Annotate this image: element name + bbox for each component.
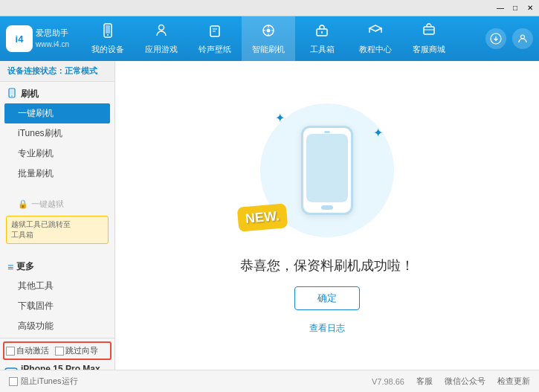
check-update-link[interactable]: 检查更新: [497, 376, 530, 387]
nav-apps-label: 应用游戏: [145, 44, 178, 55]
jailbreak-label: 一键越狱: [31, 199, 64, 210]
jailbreak-section-header: 🔒 一键越狱: [0, 196, 114, 213]
itunes-flash-label: iTunes刷机: [18, 128, 62, 138]
nav-my-device[interactable]: 我的设备: [81, 16, 135, 61]
logo-url: www.i4.cn: [36, 39, 69, 50]
guided-setup-item[interactable]: 跳过向导: [55, 345, 98, 356]
advanced-label: 高级功能: [18, 321, 54, 331]
svg-point-2: [107, 34, 109, 36]
header-right: [485, 28, 533, 49]
toolbox-icon: [314, 23, 329, 42]
auto-activate-label: 自动激活: [16, 345, 49, 356]
version-text: V7.98.66: [372, 377, 404, 386]
lock-icon: 🔒: [18, 199, 28, 209]
more-label: 更多: [16, 260, 34, 273]
phone-screen: [306, 134, 348, 202]
sidebar-item-one-key-flash[interactable]: 一键刷机: [4, 103, 110, 123]
service-icon: [422, 23, 436, 42]
more-section: ≡ 更多 其他工具 下载固件 高级功能: [0, 256, 114, 338]
sidebar-item-other-tools[interactable]: 其他工具: [0, 276, 114, 296]
view-log-link[interactable]: 查看日志: [309, 322, 345, 335]
success-message: 恭喜您，保资料刷机成功啦！: [240, 257, 414, 274]
new-badge: NEW.: [237, 203, 288, 232]
download-firmware-label: 下载固件: [18, 301, 54, 311]
svg-point-3: [159, 25, 164, 30]
phone-illustration: ✦ ✦ NEW.: [253, 96, 401, 245]
ringtones-icon: [207, 23, 222, 42]
flash-section-label: 刷机: [21, 88, 39, 100]
main-area: 设备连接状态：正常模式 刷机 一键刷机 iTunes刷机 专业刷机 批量刷机: [0, 61, 539, 370]
nav-ringtones-label: 铃声壁纸: [199, 44, 231, 55]
phone-camera: [324, 131, 330, 133]
download-btn[interactable]: [485, 28, 506, 49]
svg-rect-1: [106, 25, 110, 33]
logo: i4 爱思助手 www.i4.cn: [6, 25, 69, 52]
close-icon[interactable]: ✕: [524, 2, 536, 14]
sidebar-item-itunes-flash[interactable]: iTunes刷机: [0, 123, 114, 144]
nav-service[interactable]: 客服商城: [402, 16, 456, 61]
logo-name: 爱思助手: [36, 28, 69, 39]
sidebar: 设备连接状态：正常模式 刷机 一键刷机 iTunes刷机 专业刷机 批量刷机: [0, 61, 115, 370]
nav-apps-games[interactable]: 应用游戏: [135, 16, 188, 61]
more-section-header: ≡ 更多: [0, 257, 114, 276]
jailbreak-notice: 越狱工具已跳转至 工具箱: [6, 216, 109, 244]
bottom-right-area: V7.98.66 客服 微信公众号 检查更新: [372, 376, 530, 387]
header: i4 爱思助手 www.i4.cn 我的设备 应用游戏 铃声壁纸: [0, 16, 539, 61]
sidebar-item-pro-flash[interactable]: 专业刷机: [0, 144, 114, 164]
nav-service-label: 客服商城: [413, 44, 445, 55]
guided-setup-checkbox[interactable]: [55, 347, 64, 356]
auto-options-row: 自动激活 跳过向导: [3, 341, 112, 360]
svg-point-12: [521, 35, 525, 39]
svg-rect-14: [10, 90, 14, 95]
svg-rect-16: [5, 368, 17, 370]
svg-point-6: [267, 28, 271, 32]
content-area: ✦ ✦ NEW. 恭喜您，保资料刷机成功啦！ 确定 查看日志: [115, 61, 539, 370]
sidebar-item-batch-flash[interactable]: 批量刷机: [0, 164, 114, 184]
phone-shape: [301, 126, 353, 215]
flash-section-icon: [7, 88, 18, 100]
sparkle-icon-2: ✦: [373, 126, 383, 140]
status-label: 设备连接状态：: [7, 66, 65, 75]
device-phone-icon: [4, 367, 18, 370]
nav-bar: 我的设备 应用游戏 铃声壁纸 智能刷机 工具箱: [81, 16, 485, 61]
phone-home-button: [321, 205, 333, 210]
top-bar: — □ ✕: [0, 0, 539, 16]
nav-tutorials[interactable]: 教程中心: [349, 16, 402, 61]
one-key-flash-label: 一键刷机: [18, 108, 54, 118]
success-content: ✦ ✦ NEW. 恭喜您，保资料刷机成功啦！ 确定 查看日志: [240, 96, 414, 335]
maximize-icon[interactable]: □: [509, 2, 521, 14]
nav-smart-flash[interactable]: 智能刷机: [242, 16, 295, 61]
confirm-button[interactable]: 确定: [294, 286, 360, 310]
apps-icon: [154, 23, 169, 42]
pro-flash-label: 专业刷机: [18, 148, 54, 158]
flash-section-header: 刷机: [0, 85, 114, 103]
sidebar-item-advanced[interactable]: 高级功能: [0, 316, 114, 336]
new-badge-text: NEW.: [245, 208, 280, 226]
minimize-icon[interactable]: —: [494, 2, 506, 14]
user-btn[interactable]: [512, 28, 533, 49]
jailbreak-section: 🔒 一键越狱 越狱工具已跳转至 工具箱: [0, 193, 114, 250]
auto-activate-item[interactable]: 自动激活: [6, 345, 49, 356]
logo-icon: i4: [6, 25, 33, 52]
connection-status: 设备连接状态：正常模式: [0, 61, 114, 82]
stop-itunes-checkbox[interactable]: [9, 377, 18, 386]
nav-ringtones[interactable]: 铃声壁纸: [188, 16, 242, 61]
wechat-link[interactable]: 微信公众号: [445, 376, 485, 387]
notice-text: 越狱工具已跳转至 工具箱: [11, 220, 71, 239]
guided-setup-label: 跳过向导: [65, 345, 98, 356]
customer-service-link[interactable]: 客服: [416, 376, 433, 387]
device-name: iPhone 15 Pro Max: [21, 364, 100, 370]
nav-tutorials-label: 教程中心: [359, 44, 392, 55]
bottom-bar: 阻止iTunes运行 V7.98.66 客服 微信公众号 检查更新: [0, 370, 539, 392]
logo-text: 爱思助手 www.i4.cn: [36, 28, 69, 49]
device-item: iPhone 15 Pro Max 512GB iPhone: [3, 362, 112, 370]
sidebar-bottom: 自动激活 跳过向导 iPhone 15 Pro Max 512GB iPhone: [0, 338, 114, 370]
sidebar-item-download-firmware[interactable]: 下载固件: [0, 296, 114, 316]
more-icon: ≡: [7, 261, 13, 273]
window-controls: — □ ✕: [494, 2, 536, 14]
smart-flash-icon: [261, 23, 276, 42]
nav-toolbox[interactable]: 工具箱: [295, 16, 349, 61]
nav-my-device-label: 我的设备: [91, 44, 124, 55]
batch-flash-label: 批量刷机: [18, 168, 54, 179]
auto-activate-checkbox[interactable]: [6, 347, 15, 356]
